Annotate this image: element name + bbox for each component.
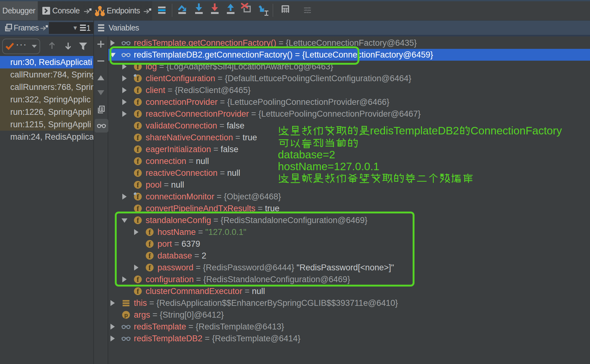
svg-text:f: f xyxy=(137,169,139,177)
svg-text:f: f xyxy=(137,98,139,106)
svg-text:f: f xyxy=(137,193,139,201)
svg-text:f: f xyxy=(137,181,139,189)
svg-text:f: f xyxy=(137,157,139,165)
svg-text:f: f xyxy=(137,110,139,118)
svg-text:f: f xyxy=(137,287,139,295)
svg-text:f: f xyxy=(137,145,139,153)
svg-text:f: f xyxy=(137,133,139,142)
svg-text:f: f xyxy=(137,74,139,82)
svg-text:p: p xyxy=(124,312,128,318)
svg-text:f: f xyxy=(137,204,139,212)
svg-text:f: f xyxy=(137,122,139,130)
svg-text:f: f xyxy=(137,86,139,94)
